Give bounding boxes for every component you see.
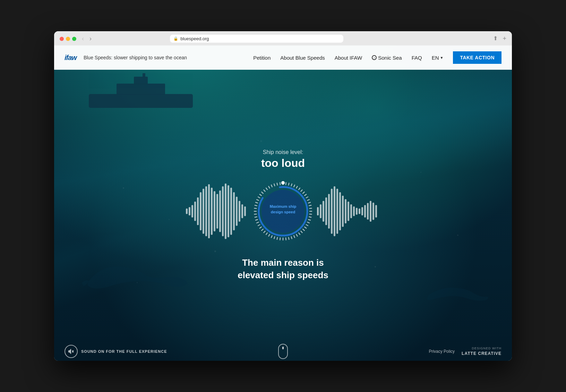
svg-line-74 xyxy=(307,199,309,200)
svg-rect-10 xyxy=(203,189,204,234)
svg-rect-9 xyxy=(200,192,201,230)
main-content: Ship noise level: too loud xyxy=(54,70,512,361)
svg-rect-20 xyxy=(230,188,232,235)
svg-rect-15 xyxy=(216,194,218,229)
svg-rect-8 xyxy=(197,197,199,225)
logo-area: ifaw Blue Speeds: slower shipping to sav… xyxy=(65,54,187,62)
maximize-button[interactable] xyxy=(72,37,76,41)
language-selector[interactable]: EN ▼ xyxy=(432,55,444,61)
svg-rect-29 xyxy=(325,197,327,225)
svg-line-105 xyxy=(255,219,258,220)
svg-line-86 xyxy=(301,231,302,233)
svg-line-79 xyxy=(309,214,312,214)
back-button[interactable]: ‹ xyxy=(80,35,85,42)
sound-off-icon xyxy=(68,348,74,355)
forward-button[interactable]: › xyxy=(88,35,93,42)
designer-name: LATTE CREATIVE xyxy=(462,351,501,356)
svg-rect-22 xyxy=(236,197,238,226)
svg-line-65 xyxy=(289,182,289,185)
svg-line-94 xyxy=(280,237,280,240)
browser-titlebar: ‹ › 🔒 bluespeed.org ⬆ + xyxy=(60,35,506,43)
svg-point-110 xyxy=(281,181,285,185)
svg-rect-35 xyxy=(342,196,344,227)
svg-line-101 xyxy=(261,229,264,230)
svg-rect-11 xyxy=(205,186,207,236)
svg-line-76 xyxy=(309,205,311,206)
svg-line-91 xyxy=(289,237,289,240)
website-content: ifaw Blue Speeds: slower shipping to sav… xyxy=(54,45,512,361)
svg-text:Maximum ship: Maximum ship xyxy=(270,204,297,208)
svg-line-92 xyxy=(286,237,286,240)
svg-line-72 xyxy=(304,194,306,196)
svg-line-98 xyxy=(268,234,270,236)
svg-rect-19 xyxy=(228,185,229,237)
sound-toggle-label: SOUND ON FOR THE FULL EXPERIENCE xyxy=(81,349,167,353)
svg-line-64 xyxy=(286,182,286,185)
dial-container[interactable]: Maximum ship design speed xyxy=(252,180,314,242)
address-bar[interactable]: 🔒 bluespeed.org xyxy=(170,35,343,43)
svg-line-85 xyxy=(302,229,305,230)
nav-buttons: ‹ › xyxy=(80,35,93,42)
svg-rect-43 xyxy=(364,205,366,218)
scroll-indicator xyxy=(278,344,288,359)
svg-rect-24 xyxy=(241,204,243,218)
svg-line-61 xyxy=(277,182,278,185)
svg-rect-30 xyxy=(328,194,330,229)
svg-line-97 xyxy=(271,235,272,238)
svg-rect-33 xyxy=(336,189,338,234)
svg-rect-16 xyxy=(219,190,221,232)
svg-rect-46 xyxy=(372,203,374,220)
svg-line-90 xyxy=(291,236,292,239)
designed-with-label: DESIGNED WITH xyxy=(462,347,501,350)
svg-line-69 xyxy=(299,188,300,190)
browser-window: ‹ › 🔒 bluespeed.org ⬆ + xyxy=(54,31,512,361)
ifaw-logo[interactable]: ifaw xyxy=(65,54,77,62)
take-action-button[interactable]: TAKE ACTION xyxy=(453,51,501,64)
sound-toggle[interactable]: SOUND ON FOR THE FULL EXPERIENCE xyxy=(65,345,167,358)
svg-line-53 xyxy=(258,197,260,198)
svg-rect-4 xyxy=(186,208,188,214)
privacy-link[interactable]: Privacy Policy xyxy=(429,349,455,354)
visualizer-container: Maximum ship design speed xyxy=(179,177,387,246)
footer-right: Privacy Policy DESIGNED WITH LATTE CREAT… xyxy=(429,347,501,356)
svg-line-55 xyxy=(261,191,264,193)
lock-icon: 🔒 xyxy=(173,36,178,41)
svg-line-99 xyxy=(266,232,268,235)
nav-links: Petition About Blue Speeds About IFAW ○ … xyxy=(253,51,501,64)
svg-line-75 xyxy=(308,202,311,203)
svg-rect-41 xyxy=(359,208,360,214)
svg-rect-7 xyxy=(194,202,196,221)
svg-line-100 xyxy=(264,231,265,233)
svg-line-71 xyxy=(302,191,305,193)
svg-rect-40 xyxy=(356,208,358,215)
svg-line-60 xyxy=(274,184,275,186)
svg-rect-47 xyxy=(375,205,377,218)
close-button[interactable] xyxy=(60,37,64,41)
svg-rect-25 xyxy=(244,206,246,216)
svg-line-58 xyxy=(268,186,270,188)
svg-rect-32 xyxy=(334,186,335,236)
nav-about-ifaw[interactable]: About IFAW xyxy=(335,55,362,61)
svg-rect-37 xyxy=(348,202,349,221)
svg-line-83 xyxy=(306,224,308,226)
sound-icon-button[interactable] xyxy=(65,345,78,358)
noise-level: too loud xyxy=(261,157,305,170)
share-icon[interactable]: ⬆ xyxy=(493,35,498,42)
nav-faq[interactable]: FAQ xyxy=(412,55,422,61)
svg-rect-17 xyxy=(222,186,224,236)
minimize-button[interactable] xyxy=(66,37,70,41)
svg-line-77 xyxy=(309,208,312,208)
svg-line-68 xyxy=(296,186,298,188)
svg-rect-13 xyxy=(211,188,213,235)
svg-rect-26 xyxy=(317,207,319,215)
scroll-dot xyxy=(282,347,284,349)
svg-line-82 xyxy=(307,222,309,223)
svg-line-51 xyxy=(255,202,258,203)
nav-sonic-sea[interactable]: ○ Sonic Sea xyxy=(372,55,402,61)
browser-actions: ⬆ + xyxy=(493,35,506,42)
nav-petition[interactable]: Petition xyxy=(253,55,271,61)
svg-rect-39 xyxy=(353,206,355,216)
nav-about-blue-speeds[interactable]: About Blue Speeds xyxy=(280,55,325,61)
svg-line-84 xyxy=(304,227,306,228)
new-tab-icon[interactable]: + xyxy=(503,35,506,42)
